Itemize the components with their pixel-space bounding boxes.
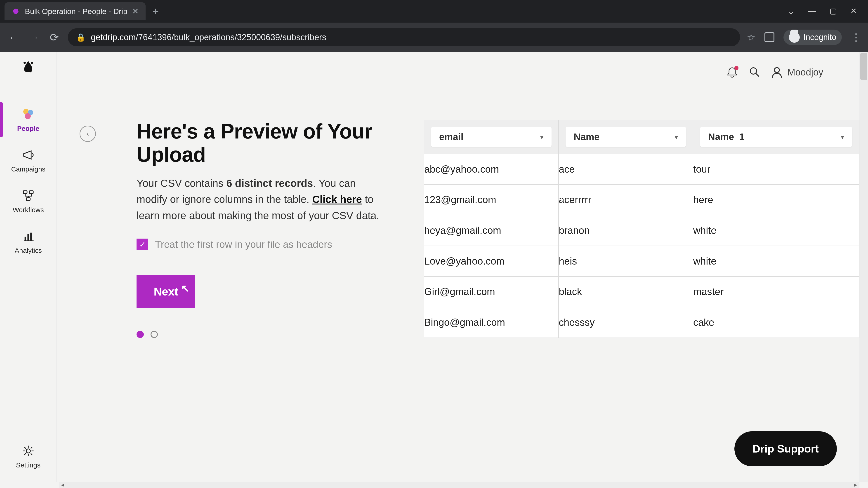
gear-icon — [21, 444, 35, 458]
step-dot-2[interactable] — [151, 331, 158, 338]
next-button[interactable]: Next ↖ — [136, 275, 195, 308]
stepper — [136, 331, 383, 338]
user-menu[interactable]: Moodjoy — [771, 66, 823, 78]
svg-point-11 — [26, 449, 30, 453]
incognito-icon — [789, 32, 800, 43]
browser-toolbar: ← → ⟳ 🔒 getdrip.com/7641396/bulk_operati… — [0, 23, 868, 52]
svg-point-12 — [750, 68, 756, 74]
sidebar: People Campaigns Workflows — [0, 52, 57, 482]
sidebar-item-analytics[interactable]: Analytics — [0, 221, 57, 262]
browser-tab-bar: Bulk Operation - People - Drip ✕ + ⌄ — ▢… — [0, 0, 868, 23]
table-row: Girl@gmail.comblackmaster — [424, 276, 859, 307]
tab-close-icon[interactable]: ✕ — [132, 6, 139, 16]
bookmark-star-icon[interactable]: ☆ — [747, 32, 755, 43]
sidebar-item-settings[interactable]: Settings — [0, 436, 57, 477]
sidebar-label: People — [17, 125, 39, 132]
horizontal-scrollbar[interactable]: ◄► — [59, 482, 860, 488]
preview-table: email▾ Name▾ Name_1▾ abc@yahoo.comacetou… — [424, 120, 860, 338]
incognito-badge[interactable]: Incognito — [783, 30, 842, 45]
svg-rect-10 — [30, 233, 32, 241]
description: Your CSV contains 6 distinct records. Yo… — [136, 175, 383, 224]
svg-point-13 — [774, 68, 779, 72]
sidebar-item-workflows[interactable]: Workflows — [0, 181, 57, 221]
svg-point-4 — [25, 113, 31, 119]
svg-rect-8 — [25, 237, 26, 241]
chevron-down-icon: ▾ — [841, 133, 844, 141]
table-row: abc@yahoo.comacetour — [424, 154, 859, 185]
browser-reload-button[interactable]: ⟳ — [48, 31, 61, 43]
table-row: Bingo@gmail.comchesssycake — [424, 307, 859, 338]
headers-checkbox[interactable]: ✓ — [136, 238, 148, 250]
window-minimize-icon[interactable]: — — [808, 6, 816, 16]
megaphone-icon — [21, 148, 35, 162]
sidebar-label: Analytics — [15, 247, 42, 254]
step-dot-1[interactable] — [136, 331, 144, 338]
tabs-dropdown-icon[interactable]: ⌄ — [787, 6, 795, 16]
page-title: Here's a Preview of Your Upload — [136, 120, 383, 166]
people-icon — [21, 107, 35, 122]
window-close-icon[interactable]: ✕ — [850, 6, 857, 16]
search-button[interactable] — [748, 66, 760, 78]
learn-more-link[interactable]: Click here — [312, 193, 362, 205]
analytics-icon — [21, 229, 35, 243]
sidebar-label: Workflows — [13, 206, 44, 214]
svg-point-1 — [31, 62, 33, 64]
cursor-icon: ↖ — [181, 283, 189, 294]
svg-rect-5 — [23, 191, 27, 194]
column-dropdown-name1[interactable]: Name_1▾ — [700, 127, 852, 147]
address-bar[interactable]: 🔒 getdrip.com/7641396/bulk_operations/32… — [68, 28, 740, 46]
chevron-down-icon: ▾ — [675, 133, 678, 141]
browser-menu-icon[interactable]: ⋮ — [851, 31, 861, 43]
sidebar-label: Campaigns — [11, 165, 45, 173]
user-name: Moodjoy — [787, 67, 823, 78]
topbar: Moodjoy — [726, 52, 860, 93]
back-button[interactable]: ‹ — [80, 126, 96, 142]
chevron-down-icon: ▾ — [540, 133, 544, 141]
url-text: getdrip.com/7641396/bulk_operations/3250… — [91, 33, 327, 42]
sidebar-item-campaigns[interactable]: Campaigns — [0, 140, 57, 181]
column-dropdown-name[interactable]: Name▾ — [565, 127, 686, 147]
workflow-icon — [21, 188, 35, 203]
svg-rect-6 — [29, 191, 33, 194]
lock-icon: 🔒 — [76, 33, 86, 42]
drip-logo[interactable] — [19, 59, 37, 77]
table-row: heya@gmail.combranonwhite — [424, 215, 859, 246]
table-row: Love@yahoo.comheiswhite — [424, 246, 859, 276]
new-tab-button[interactable]: + — [152, 5, 159, 18]
vertical-scrollbar[interactable] — [860, 52, 868, 482]
column-dropdown-email[interactable]: email▾ — [431, 127, 552, 147]
table-row: 123@gmail.comacerrrrrhere — [424, 185, 859, 215]
sidebar-item-people[interactable]: People — [0, 99, 57, 140]
support-button[interactable]: Drip Support — [735, 431, 837, 466]
svg-rect-7 — [26, 198, 30, 201]
svg-rect-9 — [27, 234, 29, 241]
window-maximize-icon[interactable]: ▢ — [830, 6, 837, 16]
browser-forward-button[interactable]: → — [27, 31, 41, 43]
tab-title: Bulk Operation - People - Drip — [25, 7, 127, 16]
tab-favicon — [11, 7, 20, 16]
svg-point-0 — [24, 62, 26, 64]
sidebar-label: Settings — [16, 461, 40, 469]
notifications-button[interactable] — [726, 66, 738, 78]
headers-checkbox-label: Treat the first row in your file as head… — [155, 239, 332, 250]
browser-tab[interactable]: Bulk Operation - People - Drip ✕ — [4, 2, 146, 20]
browser-back-button[interactable]: ← — [7, 31, 20, 43]
extensions-icon[interactable] — [765, 32, 774, 42]
